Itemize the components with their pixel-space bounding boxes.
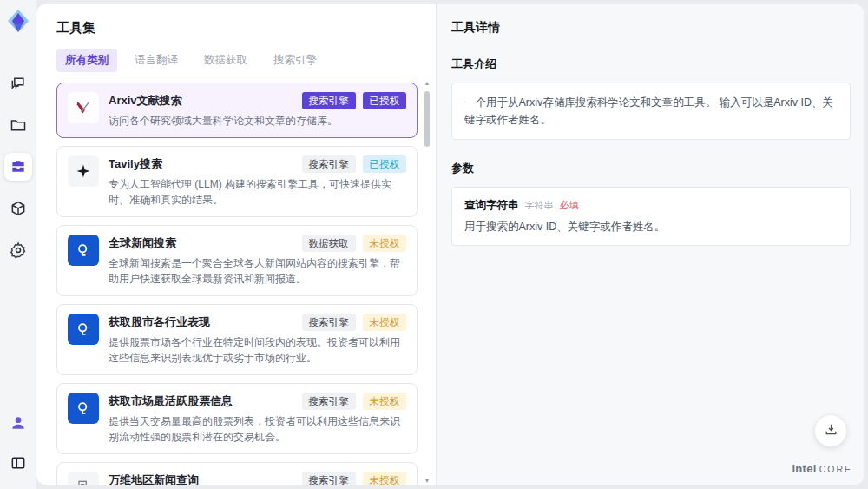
tool-name: 全球新闻搜索 [108, 235, 295, 251]
toolbox-icon [10, 158, 27, 175]
tool-name: Arxiv文献搜索 [108, 92, 295, 109]
tool-description: 访问各个研究领域大量科学论文和文章的存储库。 [108, 113, 406, 129]
chat-icon [10, 75, 27, 92]
params-heading: 参数 [451, 161, 851, 176]
scroll-down-icon[interactable]: ▼ [423, 477, 431, 485]
tool-card-5[interactable]: 万维地区新闻查询 搜索引擎 未授权 查询具体行政区划内的新闻，快速了解各地新闻动 [56, 462, 418, 485]
list-scrollbar[interactable]: ▲ ▼ [423, 79, 431, 485]
news-search-app-icon [68, 393, 99, 424]
tool-name: 万维地区新闻查询 [108, 472, 295, 485]
tavily-star-icon [68, 155, 99, 187]
news-search-app-icon [68, 314, 99, 345]
tool-card-1[interactable]: Tavily搜索 搜索引擎 已授权 专为人工智能代理 (LLM) 构建的搜索引擎… [56, 146, 418, 217]
download-button[interactable] [814, 414, 847, 447]
sidebar-item-panel-toggle[interactable] [4, 449, 32, 477]
intro-text: 一个用于从Arxiv存储库搜索科学论文和文章的工具。 输入可以是Arxiv ID… [464, 94, 838, 129]
tab-1[interactable]: 语言翻译 [126, 49, 187, 72]
sidebar-item-packages[interactable] [4, 195, 32, 222]
tool-card-3[interactable]: 获取股市各行业表现 搜索引擎 未授权 提供股票市场各个行业在特定时间段内的表现。… [56, 304, 418, 375]
tool-card-4[interactable]: 获取市场最活跃股票信息 搜索引擎 未授权 提供当天交易量最高的股票列表，投资者可… [56, 383, 418, 454]
tool-card-2[interactable]: 全球新闻搜索 数据获取 未授权 全球新闻搜索是一个聚合全球各大新闻网站内容的搜索… [56, 225, 418, 296]
category-badge: 搜索引擎 [302, 92, 356, 109]
auth-status-badge: 未授权 [363, 393, 407, 410]
user-icon [10, 414, 27, 432]
param-name: 查询字符串 [464, 198, 519, 213]
brand-intel-text: intel [792, 462, 816, 475]
detail-pane: 工具详情 工具介绍 一个用于从Arxiv存储库搜索科学论文和文章的工具。 输入可… [437, 4, 864, 485]
scrollbar-thumb[interactable] [424, 91, 430, 147]
category-tabs: 所有类别语言翻译数据获取搜索引擎 [56, 49, 436, 72]
auth-status-badge: 未授权 [363, 472, 407, 485]
param-box: 查询字符串 字符串 必填 用于搜索的Arxiv ID、关键字或作者姓名。 [451, 187, 851, 246]
auth-status-badge: 未授权 [363, 235, 407, 252]
tool-name: 获取股市各行业表现 [108, 314, 295, 330]
folder-icon [10, 116, 27, 134]
sidebar-item-account[interactable] [4, 409, 32, 437]
intro-heading: 工具介绍 [451, 56, 851, 72]
tool-name: 获取市场最活跃股票信息 [108, 393, 295, 409]
category-badge: 搜索引擎 [302, 314, 356, 331]
page-title: 工具集 [56, 20, 436, 36]
sidebar-item-files[interactable] [4, 111, 32, 139]
auth-status-badge: 未授权 [363, 314, 407, 331]
tool-name: Tavily搜索 [108, 155, 295, 172]
brand-core-text: CORE [819, 464, 852, 474]
gear-icon [10, 241, 27, 259]
category-badge: 搜索引擎 [302, 472, 356, 485]
panel-toggle-icon [10, 454, 27, 472]
tool-description: 提供股票市场各个行业在特定时间段内的表现。投资者可以利用这些信息来识别表现优于或… [108, 334, 406, 366]
category-badge: 搜索引擎 [302, 393, 356, 410]
sidebar-item-settings[interactable] [4, 236, 32, 264]
building-icon [68, 472, 99, 485]
scroll-up-icon[interactable]: ▲ [423, 79, 431, 88]
category-badge: 数据获取 [302, 235, 356, 252]
sidebar-item-chat[interactable] [4, 69, 32, 97]
intel-core-logo: intel CORE [792, 462, 852, 475]
intro-box: 一个用于从Arxiv存储库搜索科学论文和文章的工具。 输入可以是Arxiv ID… [451, 83, 851, 140]
tool-description: 全球新闻搜索是一个聚合全球各大新闻网站内容的搜索引擎，帮助用户快速获取全球最新资… [108, 255, 406, 287]
sidebar-item-tools[interactable] [4, 153, 32, 181]
tools-pane: 工具集 所有类别语言翻译数据获取搜索引擎 Arxiv文献搜索 搜索引擎 已授权 … [36, 4, 437, 485]
param-required-badge: 必填 [560, 199, 579, 212]
tool-card-0[interactable]: Arxiv文献搜索 搜索引擎 已授权 访问各个研究领域大量科学论文和文章的存储库… [56, 83, 418, 138]
download-icon [824, 422, 838, 440]
tab-2[interactable]: 数据获取 [195, 49, 256, 72]
detail-title: 工具详情 [451, 20, 851, 36]
tool-description: 专为人工智能代理 (LLM) 构建的搜索引擎工具，可快速提供实时、准确和真实的结… [108, 176, 406, 208]
auth-status-badge: 已授权 [363, 92, 407, 109]
cube-icon [10, 200, 27, 217]
param-type: 字符串 [525, 199, 554, 212]
icon-rail [0, 0, 36, 489]
tool-description: 提供当天交易量最高的股票列表，投资者可以利用这些信息来识别流动性强的股票和潜在的… [108, 413, 406, 445]
param-description: 用于搜索的Arxiv ID、关键字或作者姓名。 [464, 220, 838, 235]
main-content: 工具集 所有类别语言翻译数据获取搜索引擎 Arxiv文献搜索 搜索引擎 已授权 … [36, 4, 864, 485]
tab-0[interactable]: 所有类别 [56, 49, 117, 72]
tool-list: Arxiv文献搜索 搜索引擎 已授权 访问各个研究领域大量科学论文和文章的存储库… [56, 83, 418, 485]
news-search-app-icon [68, 235, 99, 266]
arxiv-icon [68, 92, 99, 123]
category-badge: 搜索引擎 [302, 155, 356, 173]
auth-status-badge: 已授权 [363, 155, 407, 173]
tab-3[interactable]: 搜索引擎 [265, 49, 326, 72]
app-logo [6, 9, 30, 33]
